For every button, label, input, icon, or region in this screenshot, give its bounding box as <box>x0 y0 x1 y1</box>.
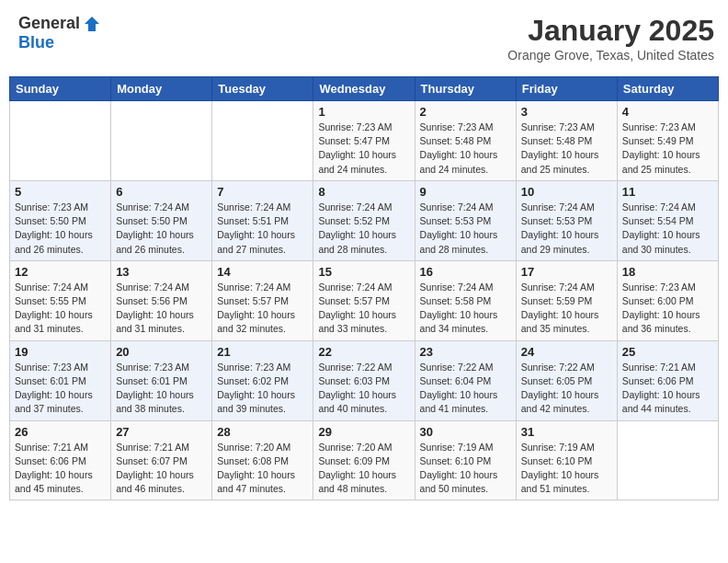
day-info: Sunrise: 7:24 AM Sunset: 5:54 PM Dayligh… <box>622 201 713 257</box>
day-number: 14 <box>217 265 308 279</box>
day-number: 22 <box>318 345 409 359</box>
weekday-header: Monday <box>111 77 212 101</box>
calendar-cell: 18Sunrise: 7:23 AM Sunset: 6:00 PM Dayli… <box>617 260 718 340</box>
day-info: Sunrise: 7:24 AM Sunset: 5:58 PM Dayligh… <box>420 281 511 337</box>
calendar-cell: 24Sunrise: 7:22 AM Sunset: 6:05 PM Dayli… <box>516 340 617 420</box>
calendar-week-row: 19Sunrise: 7:23 AM Sunset: 6:01 PM Dayli… <box>10 340 719 420</box>
day-info: Sunrise: 7:23 AM Sunset: 5:48 PM Dayligh… <box>521 121 612 177</box>
day-number: 24 <box>521 345 612 359</box>
weekday-header: Wednesday <box>313 77 415 101</box>
day-info: Sunrise: 7:23 AM Sunset: 6:02 PM Dayligh… <box>217 361 308 417</box>
calendar-cell: 9Sunrise: 7:24 AM Sunset: 5:53 PM Daylig… <box>415 180 516 260</box>
day-number: 25 <box>622 345 713 359</box>
day-number: 27 <box>116 425 207 439</box>
calendar-cell: 2Sunrise: 7:23 AM Sunset: 5:48 PM Daylig… <box>415 101 516 181</box>
day-info: Sunrise: 7:21 AM Sunset: 6:06 PM Dayligh… <box>622 361 713 417</box>
day-number: 28 <box>217 425 308 439</box>
day-number: 1 <box>318 105 409 119</box>
day-info: Sunrise: 7:20 AM Sunset: 6:08 PM Dayligh… <box>217 441 308 497</box>
calendar-cell: 19Sunrise: 7:23 AM Sunset: 6:01 PM Dayli… <box>10 340 111 420</box>
logo-blue: Blue <box>18 33 54 52</box>
calendar-cell: 5Sunrise: 7:23 AM Sunset: 5:50 PM Daylig… <box>10 180 111 260</box>
calendar-cell: 1Sunrise: 7:23 AM Sunset: 5:47 PM Daylig… <box>313 101 415 181</box>
day-number: 21 <box>217 345 308 359</box>
day-number: 3 <box>521 105 612 119</box>
calendar-cell <box>212 101 313 181</box>
calendar-cell: 6Sunrise: 7:24 AM Sunset: 5:50 PM Daylig… <box>111 180 212 260</box>
weekday-header: Tuesday <box>212 77 313 101</box>
day-info: Sunrise: 7:21 AM Sunset: 6:07 PM Dayligh… <box>116 441 207 497</box>
weekday-header: Saturday <box>617 77 718 101</box>
day-info: Sunrise: 7:23 AM Sunset: 6:01 PM Dayligh… <box>116 361 207 417</box>
svg-marker-0 <box>85 17 99 31</box>
day-number: 2 <box>420 105 511 119</box>
calendar-cell: 31Sunrise: 7:19 AM Sunset: 6:10 PM Dayli… <box>516 420 617 500</box>
day-info: Sunrise: 7:20 AM Sunset: 6:09 PM Dayligh… <box>318 441 409 497</box>
calendar-cell: 25Sunrise: 7:21 AM Sunset: 6:06 PM Dayli… <box>617 340 718 420</box>
day-info: Sunrise: 7:22 AM Sunset: 6:05 PM Dayligh… <box>521 361 612 417</box>
day-number: 18 <box>622 265 713 279</box>
day-number: 23 <box>420 345 511 359</box>
calendar-cell <box>10 101 111 181</box>
day-info: Sunrise: 7:22 AM Sunset: 6:03 PM Dayligh… <box>318 361 409 417</box>
day-number: 20 <box>116 345 207 359</box>
day-number: 16 <box>420 265 511 279</box>
day-number: 11 <box>622 185 713 199</box>
location: Orange Grove, Texas, United States <box>507 48 714 63</box>
day-info: Sunrise: 7:24 AM Sunset: 5:53 PM Dayligh… <box>521 201 612 257</box>
calendar-cell <box>617 420 718 500</box>
title-block: January 2025 Orange Grove, Texas, United… <box>507 14 714 63</box>
day-info: Sunrise: 7:23 AM Sunset: 5:47 PM Dayligh… <box>318 121 409 177</box>
day-number: 12 <box>15 265 106 279</box>
month-title: January 2025 <box>507 14 714 48</box>
day-info: Sunrise: 7:23 AM Sunset: 5:49 PM Dayligh… <box>622 121 713 177</box>
calendar-cell: 23Sunrise: 7:22 AM Sunset: 6:04 PM Dayli… <box>415 340 516 420</box>
calendar-cell: 29Sunrise: 7:20 AM Sunset: 6:09 PM Dayli… <box>313 420 415 500</box>
day-number: 4 <box>622 105 713 119</box>
calendar-cell: 21Sunrise: 7:23 AM Sunset: 6:02 PM Dayli… <box>212 340 313 420</box>
calendar-cell: 7Sunrise: 7:24 AM Sunset: 5:51 PM Daylig… <box>212 180 313 260</box>
calendar-cell: 30Sunrise: 7:19 AM Sunset: 6:10 PM Dayli… <box>415 420 516 500</box>
calendar-cell: 28Sunrise: 7:20 AM Sunset: 6:08 PM Dayli… <box>212 420 313 500</box>
day-number: 26 <box>15 425 106 439</box>
calendar-cell: 20Sunrise: 7:23 AM Sunset: 6:01 PM Dayli… <box>111 340 212 420</box>
day-number: 6 <box>116 185 207 199</box>
calendar-cell: 17Sunrise: 7:24 AM Sunset: 5:59 PM Dayli… <box>516 260 617 340</box>
day-number: 8 <box>318 185 409 199</box>
calendar-cell: 11Sunrise: 7:24 AM Sunset: 5:54 PM Dayli… <box>617 180 718 260</box>
calendar-cell: 3Sunrise: 7:23 AM Sunset: 5:48 PM Daylig… <box>516 101 617 181</box>
day-info: Sunrise: 7:24 AM Sunset: 5:53 PM Dayligh… <box>420 201 511 257</box>
calendar-week-row: 26Sunrise: 7:21 AM Sunset: 6:06 PM Dayli… <box>10 420 719 500</box>
calendar-cell: 16Sunrise: 7:24 AM Sunset: 5:58 PM Dayli… <box>415 260 516 340</box>
day-number: 7 <box>217 185 308 199</box>
day-info: Sunrise: 7:24 AM Sunset: 5:57 PM Dayligh… <box>318 281 409 337</box>
day-info: Sunrise: 7:24 AM Sunset: 5:50 PM Dayligh… <box>116 201 207 257</box>
day-info: Sunrise: 7:24 AM Sunset: 5:52 PM Dayligh… <box>318 201 409 257</box>
calendar-cell: 10Sunrise: 7:24 AM Sunset: 5:53 PM Dayli… <box>516 180 617 260</box>
weekday-header: Thursday <box>415 77 516 101</box>
day-number: 30 <box>420 425 511 439</box>
weekday-header-row: SundayMondayTuesdayWednesdayThursdayFrid… <box>10 77 719 101</box>
day-number: 17 <box>521 265 612 279</box>
calendar-cell: 13Sunrise: 7:24 AM Sunset: 5:56 PM Dayli… <box>111 260 212 340</box>
calendar-cell: 8Sunrise: 7:24 AM Sunset: 5:52 PM Daylig… <box>313 180 415 260</box>
day-number: 10 <box>521 185 612 199</box>
page-header: General Blue January 2025 Orange Grove, … <box>9 9 719 67</box>
day-info: Sunrise: 7:24 AM Sunset: 5:56 PM Dayligh… <box>116 281 207 337</box>
day-number: 13 <box>116 265 207 279</box>
calendar-cell: 26Sunrise: 7:21 AM Sunset: 6:06 PM Dayli… <box>10 420 111 500</box>
weekday-header: Sunday <box>10 77 111 101</box>
day-number: 19 <box>15 345 106 359</box>
logo-general: General <box>18 14 80 33</box>
calendar-cell: 14Sunrise: 7:24 AM Sunset: 5:57 PM Dayli… <box>212 260 313 340</box>
logo: General Blue <box>18 14 101 52</box>
calendar-cell <box>111 101 212 181</box>
day-info: Sunrise: 7:19 AM Sunset: 6:10 PM Dayligh… <box>521 441 612 497</box>
calendar-week-row: 12Sunrise: 7:24 AM Sunset: 5:55 PM Dayli… <box>10 260 719 340</box>
calendar-week-row: 5Sunrise: 7:23 AM Sunset: 5:50 PM Daylig… <box>10 180 719 260</box>
day-number: 15 <box>318 265 409 279</box>
day-info: Sunrise: 7:21 AM Sunset: 6:06 PM Dayligh… <box>15 441 106 497</box>
day-info: Sunrise: 7:19 AM Sunset: 6:10 PM Dayligh… <box>420 441 511 497</box>
day-info: Sunrise: 7:22 AM Sunset: 6:04 PM Dayligh… <box>420 361 511 417</box>
day-info: Sunrise: 7:24 AM Sunset: 5:51 PM Dayligh… <box>217 201 308 257</box>
